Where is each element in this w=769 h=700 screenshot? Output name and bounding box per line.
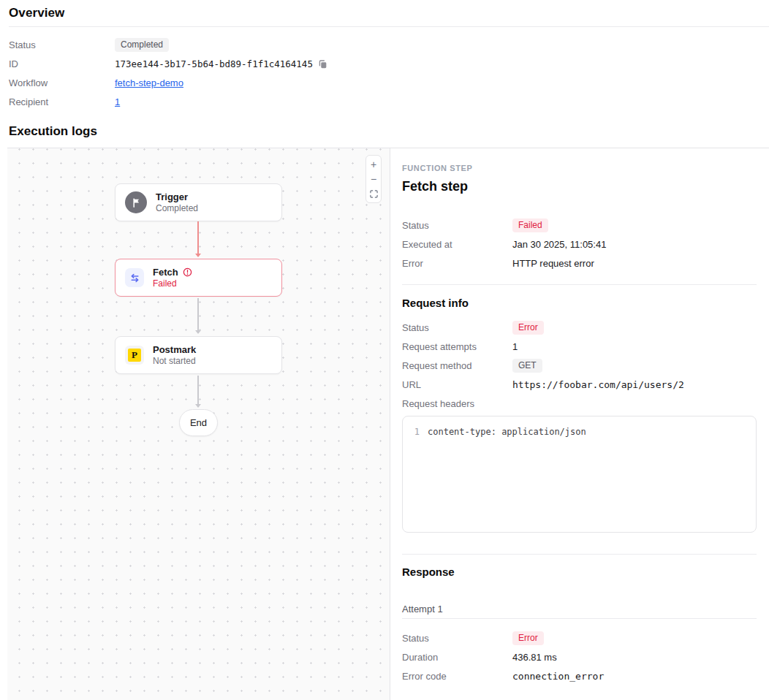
step-type-kicker: FUNCTION STEP	[402, 164, 757, 172]
fullscreen-icon	[370, 190, 378, 198]
fetch-node[interactable]: Fetch Failed	[115, 259, 282, 297]
error-code-value: connection_error	[512, 671, 604, 682]
response-status-row: Status Error	[402, 628, 757, 647]
recipient-link[interactable]: 1	[115, 96, 120, 107]
step-error-row: Error HTTP request error	[402, 254, 757, 273]
code-line: 1 content-type: application/json	[403, 426, 756, 438]
execution-logs-title: Execution logs	[9, 124, 769, 139]
request-url-row: URL https://foobar.com/api/users/2	[402, 375, 757, 394]
postmark-node-title: Postmark	[153, 344, 196, 355]
response-title: Response	[402, 566, 757, 578]
request-headers-code-block: 1 content-type: application/json	[402, 416, 757, 533]
overview-status-row: Status Completed	[9, 35, 769, 54]
recipient-label: Recipient	[9, 96, 115, 107]
request-url-value: https://foobar.com/api/users/2	[512, 379, 684, 390]
trigger-node-title: Trigger	[156, 191, 198, 202]
postmark-node-status: Not started	[153, 356, 196, 366]
zoom-out-button[interactable]: −	[366, 172, 381, 186]
step-status-badge: Failed	[512, 218, 548, 232]
flag-icon	[125, 191, 147, 213]
fetch-node-title: Fetch	[153, 267, 178, 278]
executed-at-value: Jan 30 2025, 11:05:41	[512, 239, 606, 250]
overview-workflow-row: Workflow fetch-step-demo	[9, 73, 769, 92]
step-detail-panel: FUNCTION STEP Fetch step Status Failed E…	[390, 148, 769, 700]
request-attempts-row: Request attempts 1	[402, 337, 757, 356]
error-code-row: Error code connection_error	[402, 666, 757, 685]
step-status-row: Status Failed	[402, 216, 757, 235]
execution-logs-container: Trigger Completed Fetch	[7, 148, 769, 700]
copy-id-button[interactable]	[318, 59, 327, 69]
end-node[interactable]: End	[179, 409, 218, 436]
request-method-badge: GET	[512, 359, 542, 373]
id-label: ID	[9, 58, 115, 69]
workflow-link[interactable]: fetch-step-demo	[115, 77, 183, 88]
fit-view-button[interactable]	[366, 188, 381, 201]
overview-recipient-row: Recipient 1	[9, 92, 769, 111]
copy-icon	[318, 59, 327, 69]
request-attempts-value: 1	[512, 341, 518, 352]
request-headers-row: Request headers	[402, 394, 757, 413]
attempt-header: Attempt 1	[402, 599, 757, 619]
fetch-node-status: Failed	[153, 278, 192, 289]
edge-postmark-end	[197, 376, 199, 405]
canvas-zoom-controls: + −	[365, 155, 382, 203]
request-status-row: Status Error	[402, 318, 757, 337]
status-badge: Completed	[115, 38, 169, 52]
response-rows: Status Error Duration 436.81 ms Error co…	[402, 628, 757, 685]
step-summary-rows: Status Failed Executed at Jan 30 2025, 1…	[402, 216, 757, 273]
divider	[402, 554, 757, 555]
overview-section: Overview Status Completed ID 173ee144-3b…	[0, 0, 769, 111]
code-line-number: 1	[403, 426, 428, 438]
postmark-node[interactable]: P Postmark Not started	[115, 336, 282, 374]
divider	[402, 284, 757, 285]
edge-trigger-fetch	[197, 221, 199, 254]
duration-value: 436.81 ms	[512, 652, 557, 663]
response-status-badge: Error	[512, 631, 544, 645]
overview-fields: Status Completed ID 173ee144-3b17-5b64-b…	[9, 27, 769, 111]
postmark-logo-icon: P	[125, 346, 144, 365]
request-info-title: Request info	[402, 297, 757, 309]
error-warning-icon	[183, 267, 192, 277]
step-error-value: HTTP request error	[512, 258, 594, 269]
status-label: Status	[9, 39, 115, 50]
trigger-node[interactable]: Trigger Completed	[115, 183, 282, 221]
duration-row: Duration 436.81 ms	[402, 647, 757, 666]
zoom-in-button[interactable]: +	[366, 158, 381, 171]
swap-arrows-icon	[125, 268, 144, 287]
request-status-badge: Error	[512, 321, 544, 335]
request-method-row: Request method GET	[402, 356, 757, 375]
code-line-text: content-type: application/json	[428, 426, 586, 438]
transaction-id: 173ee144-3b17-5b64-bd89-f1f1c4164145	[115, 58, 313, 69]
request-info-rows: Status Error Request attempts 1 Request …	[402, 318, 757, 413]
overview-id-row: ID 173ee144-3b17-5b64-bd89-f1f1c4164145	[9, 54, 769, 73]
step-title: Fetch step	[402, 179, 757, 194]
edge-fetch-postmark	[197, 298, 199, 331]
workflow-label: Workflow	[9, 77, 115, 88]
page-title: Overview	[9, 6, 769, 20]
workflow-canvas[interactable]: Trigger Completed Fetch	[7, 148, 390, 700]
trigger-node-status: Completed	[156, 203, 198, 213]
executed-at-row: Executed at Jan 30 2025, 11:05:41	[402, 235, 757, 254]
